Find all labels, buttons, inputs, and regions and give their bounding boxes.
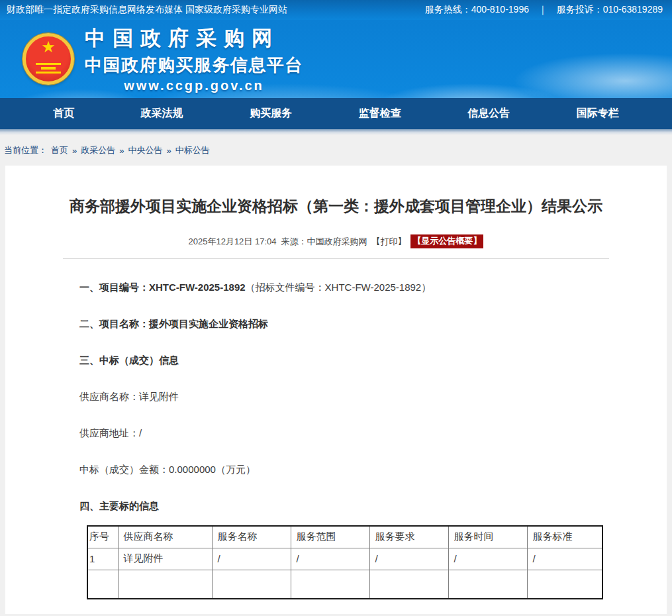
site-subtitle: 中国政府购买服务信息平台: [85, 54, 303, 77]
breadcrumb-separator: »: [166, 146, 171, 156]
site-wordmark: 中国政府采购网 中国政府购买服务信息平台 www.ccgp.gov.cn: [85, 25, 303, 93]
nav-item-supervision[interactable]: 监督检查: [359, 107, 401, 121]
service-complaint: 服务投诉：010-63819289: [557, 4, 663, 16]
breadcrumb-link-home[interactable]: 首页: [51, 144, 68, 156]
nav-item-international[interactable]: 国际专栏: [577, 107, 619, 121]
site-header: ★ 中国政府采购网 中国政府购买服务信息平台 www.ccgp.gov.cn: [0, 20, 672, 98]
table-cell: [87, 570, 118, 599]
article-paragraph-project-name: 二、项目名称：援外项目实施企业资格招标: [79, 318, 667, 329]
topbar: 财政部唯一指定政府采购信息网络发布媒体 国家级政府采购专业网站 服务热线：400…: [0, 0, 672, 20]
print-button[interactable]: 【打印】: [371, 236, 406, 248]
table-header-cell-service-name: 服务名称: [212, 526, 291, 548]
article-paragraph-award-amount: 中标（成交）金额：0.0000000（万元）: [79, 464, 667, 475]
table-header-cell-supplier: 供应商名称: [118, 526, 212, 548]
site-url: www.ccgp.gov.cn: [85, 78, 303, 93]
publish-date: 2025年12月12日 17:04: [189, 236, 277, 248]
table-cell: [369, 570, 448, 599]
table-cell: /: [527, 548, 602, 570]
table-cell: /: [291, 548, 369, 570]
article-paragraph-supplier-name: 供应商名称：详见附件: [79, 391, 667, 402]
breadcrumb-link-central-announcements[interactable]: 中央公告: [128, 144, 162, 156]
breadcrumb-link-procurement-announcements[interactable]: 政采公告: [81, 144, 115, 156]
table-header-cell-seq: 序号: [87, 526, 118, 548]
nav-item-purchase-services[interactable]: 购买服务: [250, 107, 292, 121]
emblem-gate-icon: [36, 63, 61, 74]
table-header-row: 序号 供应商名称 服务名称 服务范围 服务要求 服务时间 服务标准: [87, 526, 602, 548]
topbar-contacts: 服务热线：400-810-1996 ｜ 服务投诉：010-63819289: [425, 4, 663, 16]
table-cell: /: [212, 548, 291, 570]
article-meta: 2025年12月12日 17:04 来源：中国政府采购网 【打印】 【显示公告概…: [5, 234, 667, 248]
table-cell: 详见附件: [118, 548, 212, 570]
article-body: 一、项目编号：XHTC-FW-2025-1892（招标文件编号：XHTC-FW-…: [5, 282, 667, 599]
table-cell: [448, 570, 527, 599]
page-title: 商务部援外项目实施企业资格招标（第一类：援外成套项目管理企业）结果公示: [5, 166, 667, 217]
breadcrumb-label: 当前位置：: [4, 144, 47, 156]
service-hotline: 服务热线：400-810-1996: [425, 4, 529, 16]
article-source: 来源：中国政府采购网: [281, 236, 367, 248]
table-cell: [527, 570, 602, 599]
nav-item-home[interactable]: 首页: [53, 107, 74, 121]
topbar-separator: ｜: [538, 4, 548, 16]
site-title: 中国政府采购网: [85, 25, 303, 52]
site-slogan: 财政部唯一指定政府采购信息网络发布媒体 国家级政府采购专业网站: [7, 4, 287, 16]
table-cell: 1: [87, 548, 118, 570]
content-panel: 商务部援外项目实施企业资格招标（第一类：援外成套项目管理企业）结果公示 2025…: [5, 166, 667, 614]
breadcrumb-link-award-announcements[interactable]: 中标公告: [175, 144, 210, 156]
article-paragraph-supplier-address: 供应商地址：/: [79, 427, 667, 438]
emblem-star-icon: ★: [41, 39, 56, 55]
table-header-cell-service-standard: 服务标准: [527, 526, 602, 548]
table-cell: [291, 570, 369, 599]
table-header-cell-service-time: 服务时间: [448, 526, 527, 548]
table-row-empty: [87, 570, 602, 599]
bid-info-table: 序号 供应商名称 服务名称 服务范围 服务要求 服务时间 服务标准 1 详见附件…: [87, 525, 603, 599]
article-paragraph-project-number: 一、项目编号：XHTC-FW-2025-1892（招标文件编号：XHTC-FW-…: [79, 282, 667, 293]
breadcrumb-separator: »: [72, 146, 77, 156]
article-paragraph-main-subject-heading: 四、主要标的信息: [79, 500, 667, 511]
meta-divider: [63, 258, 609, 259]
table-header-cell-service-requirements: 服务要求: [369, 526, 448, 548]
table-cell: /: [369, 548, 448, 570]
nav-item-regulations[interactable]: 政采法规: [141, 107, 183, 121]
nav-item-announcements[interactable]: 信息公告: [467, 107, 510, 121]
table-row: 1 详见附件 / / / / /: [87, 548, 602, 570]
table-cell: [212, 570, 291, 599]
show-summary-button[interactable]: 【显示公告概要】: [410, 234, 483, 248]
article-paragraph-award-info-heading: 三、中标（成交）信息: [79, 354, 667, 366]
nav-fade-divider: [0, 129, 672, 135]
national-emblem-icon: ★: [23, 33, 74, 85]
main-nav: 首页 政采法规 购买服务 监督检查 信息公告 国际专栏: [0, 98, 672, 129]
table-header-cell-service-scope: 服务范围: [291, 526, 369, 548]
breadcrumb: 当前位置： 首页 » 政采公告 » 中央公告 » 中标公告: [0, 135, 672, 166]
breadcrumb-separator: »: [119, 146, 124, 156]
table-cell: [118, 570, 212, 599]
table-cell: /: [448, 548, 527, 570]
